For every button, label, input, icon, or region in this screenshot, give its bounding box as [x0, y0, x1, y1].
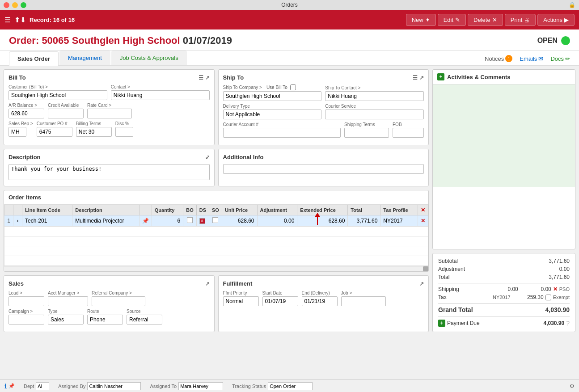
end-date-input[interactable]: [302, 296, 338, 306]
sales-rep-label: Sales Rep >: [8, 121, 33, 126]
ar-balance-input[interactable]: [8, 109, 44, 118]
tracking-label: Tracking Status: [232, 384, 266, 389]
ship-contact-label: Ship To Contact >: [325, 85, 424, 90]
row-del-icon[interactable]: ✕: [421, 218, 425, 224]
credit-available-group: Credit Available: [48, 103, 84, 118]
table-scrollbar[interactable]: [4, 266, 428, 271]
sales-arrow-icon[interactable]: ↗: [205, 281, 210, 287]
shipping-terms-input[interactable]: [344, 128, 389, 138]
notices-link[interactable]: Notices 1: [485, 55, 512, 62]
courier-account-input[interactable]: [223, 128, 341, 138]
tab-sales-order[interactable]: Sales Order: [9, 51, 59, 66]
row-pin[interactable]: 📌: [139, 215, 152, 227]
edit-button[interactable]: Edit ✎: [438, 14, 466, 26]
sales-rep-input[interactable]: [8, 127, 26, 137]
shipping-x-icon[interactable]: ✕: [553, 286, 558, 292]
bottom-row: Sales ↗ Lead > Acct Manager > Referral C…: [4, 275, 429, 332]
menu-icon[interactable]: ☰: [4, 16, 11, 24]
print-button[interactable]: Print 🖨: [505, 14, 536, 26]
referral-input[interactable]: [92, 296, 145, 306]
ship-company-input[interactable]: [223, 91, 322, 101]
order-prefix: Order:: [9, 35, 39, 46]
actions-button[interactable]: Actions ▶: [537, 14, 575, 26]
acct-manager-input[interactable]: [48, 296, 88, 306]
lead-input[interactable]: [8, 296, 44, 306]
type-input[interactable]: [48, 315, 84, 325]
help-icon[interactable]: ?: [566, 320, 570, 327]
tracking-input[interactable]: [268, 382, 313, 390]
campaign-input[interactable]: [8, 315, 44, 325]
priority-label: Ffmt Priority: [223, 291, 259, 295]
billing-terms-input[interactable]: [76, 127, 112, 137]
nav-arrows-icon[interactable]: ⬆⬇: [14, 16, 26, 24]
job-input[interactable]: [341, 296, 386, 306]
route-input[interactable]: [87, 315, 123, 325]
customer-po-input[interactable]: [37, 127, 72, 137]
sales-rep-row: Sales Rep > Customer PO # Billing Terms …: [8, 121, 210, 137]
ship-to-arrow-icon[interactable]: ↗: [419, 75, 424, 81]
customer-input[interactable]: [8, 90, 107, 100]
description-expand-icon[interactable]: ⤢: [205, 154, 210, 160]
bill-to-list-icon[interactable]: ☰: [199, 75, 203, 81]
rate-card-input[interactable]: [87, 109, 132, 118]
disc-input[interactable]: [115, 127, 133, 137]
assigned-by-input[interactable]: [87, 382, 141, 390]
priority-input[interactable]: [223, 296, 259, 306]
docs-link[interactable]: Docs ✏: [550, 55, 570, 62]
priority-group: Ffmt Priority: [223, 291, 259, 306]
source-input[interactable]: [127, 315, 162, 325]
use-bill-checkbox[interactable]: [290, 84, 296, 90]
adjustment-label: Adjustment: [438, 266, 465, 272]
close-button[interactable]: [4, 2, 9, 8]
col-extended-price: Extended Price: [297, 205, 348, 215]
col-bo: BO: [183, 205, 197, 215]
ship-contact-input[interactable]: [325, 91, 424, 101]
row-expand[interactable]: ›: [13, 215, 22, 227]
delivery-type-row: Delivery Type Courier Service: [223, 104, 424, 119]
courier-service-input[interactable]: [325, 110, 424, 119]
so-checkbox[interactable]: [212, 217, 218, 223]
order-items-section: Order Items Line Item Code Description Q…: [4, 190, 429, 272]
billing-terms-group: Billing Terms: [76, 121, 112, 137]
minimize-button[interactable]: [12, 2, 18, 8]
end-date-label: End (Delivery): [302, 291, 338, 295]
ds-checkbox[interactable]: ✕: [199, 218, 205, 224]
tab-management[interactable]: Management: [59, 51, 110, 65]
ar-balance-group: A/R Balance >: [8, 103, 44, 118]
order-items-body: 1 › Tech-201 Multimedia Projector 📌 6 ✕: [4, 215, 428, 266]
bill-to-arrow-icon[interactable]: ↗: [205, 75, 210, 81]
delete-button[interactable]: Delete ✕: [468, 14, 503, 26]
assigned-to-input[interactable]: [178, 382, 223, 390]
bo-checkbox[interactable]: [187, 217, 193, 223]
del-all-icon[interactable]: ✕: [421, 207, 425, 213]
courier-account-label: Courier Account #: [223, 122, 341, 127]
delivery-type-input[interactable]: [223, 110, 322, 119]
fob-group: FOB: [393, 122, 424, 138]
table-row-empty-1: [4, 227, 428, 236]
start-date-input[interactable]: [262, 296, 298, 306]
bill-to-actions: ☰ ↗: [199, 75, 210, 81]
exempt-checkbox[interactable]: [545, 295, 551, 300]
maximize-button[interactable]: [21, 2, 26, 8]
emails-link[interactable]: Emails ✉: [520, 55, 543, 62]
credit-available-input[interactable]: [48, 109, 84, 118]
tax-value: 259.30: [512, 294, 544, 300]
table-scroll-thumb[interactable]: [423, 266, 428, 271]
shipping-values: 0.00 0.00 ✕ PSO: [487, 286, 570, 292]
contact-input[interactable]: [111, 90, 210, 100]
title-bar: Orders 🔒: [0, 0, 579, 10]
fulfillment-arrow-icon[interactable]: ↗: [419, 281, 424, 287]
fob-input[interactable]: [393, 128, 424, 138]
row-del[interactable]: ✕: [418, 215, 428, 227]
tab-job-costs[interactable]: Job Costs & Approvals: [111, 51, 187, 65]
add-activity-button[interactable]: +: [437, 73, 444, 80]
payment-due-row: + Payment Due 4,030.90 ?: [438, 318, 570, 328]
dept-input[interactable]: [36, 382, 49, 390]
additional-info-input[interactable]: [223, 164, 424, 174]
order-title: Order: 50065 Southglen High School 01/07…: [9, 35, 232, 46]
gear-icon[interactable]: ⚙: [570, 383, 575, 389]
new-button[interactable]: New ✦: [406, 14, 436, 26]
add-payment-button[interactable]: +: [438, 320, 445, 327]
description-textarea[interactable]: Thank you for your business!: [8, 164, 210, 180]
ship-to-list-icon[interactable]: ☰: [413, 75, 418, 81]
